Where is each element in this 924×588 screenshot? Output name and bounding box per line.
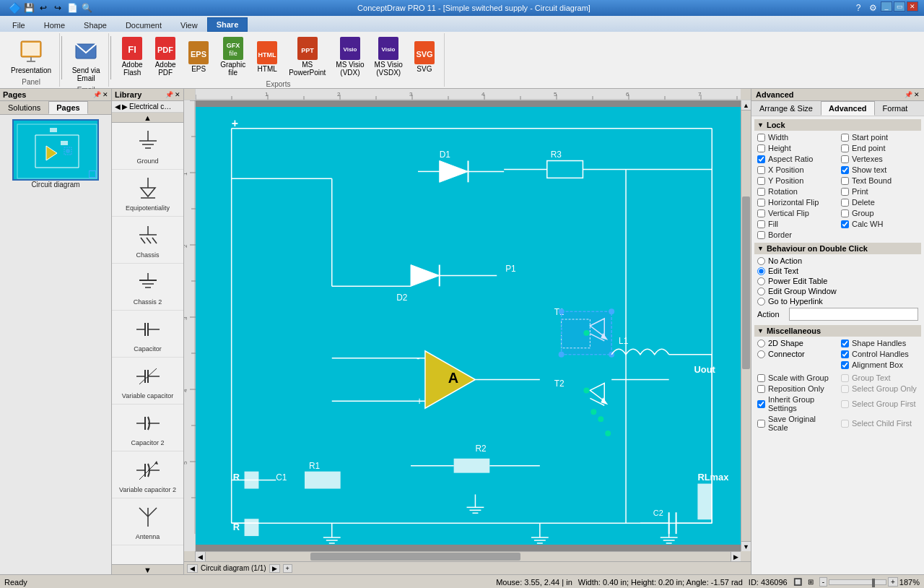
redo-button[interactable]: ↪ [51,1,64,14]
search-button[interactable]: 🔍 [80,1,93,14]
zoom-out-button[interactable]: - [819,577,827,587]
adobe-flash-button[interactable]: Fl AdobeFlash [117,35,147,79]
lock-xposition-checkbox[interactable] [757,166,765,174]
lock-calcwh-checkbox[interactable] [841,220,849,228]
tab-advanced[interactable]: Advanced [821,101,875,116]
lock-vertexes-checkbox[interactable] [841,155,849,163]
undo-button[interactable]: ↩ [37,1,50,14]
lib-item-cap2[interactable]: Capacitor 2 [112,405,183,451]
zoom-in-button[interactable]: + [888,577,898,587]
radio-gotohyperlink[interactable] [757,298,765,306]
horizontal-scrollbar[interactable]: ◀ ▶ [196,551,741,561]
scroll-down-btn[interactable]: ▼ [741,541,751,551]
tab-arrange-size[interactable]: Arrange & Size [751,101,821,116]
settings-button[interactable]: ⚙ [866,1,879,14]
new-button[interactable]: 📄 [66,1,79,14]
svg-button[interactable]: SVG SVG [409,39,440,75]
tab-format[interactable]: Format [875,101,916,116]
main-canvas[interactable]: + D1 R3 [196,100,741,551]
radio-noaction[interactable] [757,257,765,265]
lock-vflip-checkbox[interactable] [757,209,765,217]
lock-print-checkbox[interactable] [841,188,849,196]
tab-shape[interactable]: Shape [74,17,116,32]
zoom-slider[interactable] [829,579,886,585]
ms-visio-vsdx-button[interactable]: Visio MS Visio(VSDX) [371,35,406,79]
lib-scroll-down[interactable]: ▼ [112,564,183,574]
misc-selectgroupfirst-checkbox[interactable] [841,400,849,408]
misc-2dshape-radio[interactable] [757,340,765,347]
snap-button[interactable]: 🔲 [793,578,802,586]
tab-solutions[interactable]: Solutions [0,101,48,114]
lock-delete-checkbox[interactable] [841,199,849,207]
ms-powerpoint-button[interactable]: PPT MSPowerPoint [285,35,329,79]
prev-page-btn[interactable]: ◀ [187,564,198,573]
misc-section-header[interactable]: ▼ Miscellaneous [754,325,921,337]
lib-item-capacitor[interactable]: Capacitor [112,311,183,358]
lock-border-checkbox[interactable] [757,231,765,239]
scroll-right-btn[interactable]: ▶ [731,552,741,561]
scroll-thumb-h[interactable] [310,553,520,561]
misc-saveoriginalscale-checkbox[interactable] [757,420,765,428]
misc-controlhandles-checkbox[interactable] [841,350,849,358]
library-close-button[interactable]: ✕ [175,91,180,98]
tab-share[interactable]: Share [207,17,248,32]
misc-inheritgroupsettings-checkbox[interactable] [757,400,765,408]
pages-pin-button[interactable]: 📌 [93,91,101,98]
grid-button[interactable]: ⊞ [808,578,814,586]
lock-height-checkbox[interactable] [757,144,765,152]
lib-item-chassis2[interactable]: Chassis 2 [112,264,183,311]
page-thumbnail[interactable] [12,119,99,181]
lock-startpoint-checkbox[interactable] [841,134,849,142]
lock-fill-checkbox[interactable] [757,220,765,228]
lock-width-checkbox[interactable] [757,134,765,142]
graphic-button[interactable]: GFX file Graphicfile [217,35,249,79]
lock-rotation-checkbox[interactable] [757,188,765,196]
lock-section-header[interactable]: ▼ Lock [754,119,921,131]
lock-showtext-checkbox[interactable] [841,166,849,174]
advanced-close-button[interactable]: ✕ [914,91,920,98]
advanced-pin-button[interactable]: 📌 [905,91,912,98]
html-button[interactable]: HTML HTML [252,39,282,75]
restore-button[interactable]: ▭ [894,1,905,12]
lib-item-ground[interactable]: Ground [112,123,183,170]
scroll-left-btn[interactable]: ◀ [196,552,206,561]
library-pin-button[interactable]: 📌 [165,91,173,98]
lib-item-varcap2[interactable]: Variable capacitor 2 [112,451,183,498]
tab-home[interactable]: Home [35,17,74,32]
misc-repositiononly-checkbox[interactable] [757,385,765,393]
presentation-button[interactable]: Presentation [7,35,55,77]
minimize-button[interactable]: _ [881,1,892,12]
radio-editgroupwindow[interactable] [757,287,765,295]
misc-selectchildfirst-checkbox[interactable] [841,420,849,428]
misc-alignmentbox-checkbox[interactable] [841,361,849,369]
lib-item-equi[interactable]: Equipotentiality [112,170,183,217]
radio-poweredittable[interactable] [757,277,765,285]
misc-shapehandles-checkbox[interactable] [841,340,849,347]
misc-scalewithgroup-checkbox[interactable] [757,374,765,382]
close-button[interactable]: ✕ [907,1,918,12]
scroll-up-btn[interactable]: ▲ [741,100,751,111]
behaviour-section-header[interactable]: ▼ Behaviour on Double Click [754,243,921,254]
eps-button[interactable]: EPS EPS [183,39,214,75]
help-button[interactable]: ? [852,1,865,14]
lock-textbound-checkbox[interactable] [841,177,849,185]
nav-right[interactable]: ▶ [122,103,128,111]
ms-visio-vdx-button[interactable]: Visio MS Visio(VDX) [332,35,367,79]
lock-endpoint-checkbox[interactable] [841,144,849,152]
misc-grouptext-checkbox[interactable] [841,374,849,382]
vertical-scrollbar[interactable]: ▲ ▼ [741,100,751,551]
scroll-thumb-v[interactable] [742,196,750,368]
add-page-btn[interactable]: + [283,564,292,573]
tab-document[interactable]: Document [116,17,171,32]
tab-pages[interactable]: Pages [48,101,87,114]
lock-hflip-checkbox[interactable] [757,199,765,207]
misc-selectgrouponly-checkbox[interactable] [841,385,849,393]
send-email-button[interactable]: Send viaEmail [68,35,104,85]
action-input-field[interactable] [789,308,918,321]
lib-scroll-up[interactable]: ▲ [112,113,183,123]
radio-edittext[interactable] [757,267,765,275]
misc-connector-radio[interactable] [757,350,765,358]
adobe-pdf-button[interactable]: PDF AdobePDF [150,35,180,79]
next-page-btn[interactable]: ▶ [269,564,280,573]
lock-yposition-checkbox[interactable] [757,177,765,185]
